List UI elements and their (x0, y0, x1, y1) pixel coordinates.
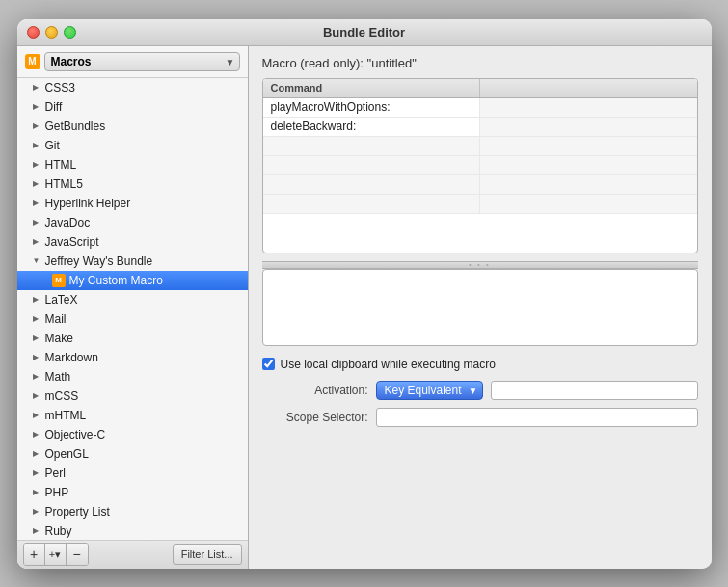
triangle-icon: ▶ (33, 199, 42, 207)
list-item-label: LaTeX (45, 293, 78, 307)
remove-button[interactable]: − (67, 544, 88, 565)
command-table-header: Command (263, 79, 697, 98)
table-row (263, 195, 697, 214)
command-cell-1: playMacroWithOptions: (263, 98, 481, 117)
add-remove-group: + +▾ − (23, 543, 89, 566)
list-item[interactable]: ▶Diff (17, 97, 248, 117)
triangle-icon: ▶ (33, 121, 42, 130)
list-item[interactable]: ▶Math (17, 367, 248, 387)
scope-label: Scope Selector: (262, 411, 368, 424)
triangle-icon: ▶ (33, 488, 42, 496)
maximize-button[interactable] (64, 26, 76, 39)
table-row (263, 175, 697, 195)
triangle-icon: ▶ (33, 218, 42, 227)
dropdown-wrapper: Macros ▼ (44, 52, 240, 71)
key-equivalent-input[interactable] (491, 381, 698, 400)
table-row: deleteBackward: (263, 118, 697, 137)
command-rows: playMacroWithOptions: deleteBackward: (263, 98, 697, 253)
list-item[interactable]: ▶mCSS (17, 387, 248, 406)
table-row: playMacroWithOptions: (263, 98, 697, 118)
list-item-label: GetBundles (45, 120, 106, 133)
list-item-label: My Custom Macro (69, 274, 163, 287)
list-item[interactable]: ▶GetBundles (17, 117, 248, 136)
bottom-toolbar: + +▾ − Filter List... (17, 540, 248, 569)
list-item[interactable]: ▶LaTeX (17, 290, 248, 309)
triangle-icon: ▶ (33, 353, 42, 361)
list-item-label: Perl (45, 467, 66, 480)
list-item[interactable]: ▶Mail (17, 309, 248, 329)
list-item[interactable]: ▶Objective-C (17, 425, 248, 444)
list-item-label: mCSS (45, 389, 79, 403)
list-item[interactable]: ▶Ruby (17, 521, 248, 540)
macros-icon: M (25, 54, 40, 69)
list-item[interactable]: ▶Hyperlink Helper (17, 194, 248, 213)
triangle-icon: ▶ (33, 391, 42, 400)
list-item[interactable]: ▼Jeffrey Way's Bundle (17, 252, 248, 271)
local-clipboard-checkbox[interactable] (262, 358, 275, 370)
list-item[interactable]: ▶PHP (17, 483, 248, 502)
close-button[interactable] (27, 26, 40, 39)
main-window: Bundle Editor M Macros ▼ ▶CSS3▶Diff▶GetB… (17, 19, 712, 569)
list-item-label: Property List (45, 505, 110, 519)
triangle-icon: ▼ (33, 256, 42, 265)
activation-dropdown[interactable]: Key Equivalent Tab Trigger (376, 381, 483, 400)
triangle-icon: ▶ (33, 507, 42, 516)
category-dropdown[interactable]: Macros (44, 52, 240, 71)
resizer-bar[interactable]: • • • (262, 261, 698, 269)
list-item[interactable]: ▶HTML (17, 155, 248, 174)
list-item-label: Ruby (45, 524, 72, 538)
dropdown-row: M Macros ▼ (17, 46, 248, 78)
list-item[interactable]: ▶HTML5 (17, 174, 248, 194)
list-item-label: HTML (45, 158, 77, 172)
table-row (263, 156, 697, 175)
window-title: Bundle Editor (323, 25, 405, 40)
scope-selector-row: Scope Selector: (262, 408, 698, 427)
macro-title: Macro (read only): "untitled" (262, 56, 698, 70)
list-item-label: Jeffrey Way's Bundle (45, 254, 153, 268)
traffic-lights (27, 26, 76, 39)
local-clipboard-label: Use local clipboard while executing macr… (281, 358, 496, 371)
list-item[interactable]: ▶Perl (17, 464, 248, 483)
triangle-icon: ▶ (33, 160, 42, 169)
triangle-icon: ▶ (33, 141, 42, 149)
options-cell-2 (480, 118, 697, 136)
list-item[interactable]: MMy Custom Macro (17, 271, 248, 290)
list-item[interactable]: ▶Markdown (17, 348, 248, 367)
lower-editor-area (262, 269, 698, 346)
triangle-icon: ▶ (33, 468, 42, 477)
add-folder-button[interactable]: +▾ (45, 544, 67, 565)
filter-list-button[interactable]: Filter List... (173, 544, 242, 565)
triangle-icon: ▶ (33, 411, 42, 419)
list-item-label: mHTML (45, 409, 87, 422)
command-col-header: Command (263, 79, 481, 97)
triangle-icon: ▶ (33, 102, 42, 111)
add-button[interactable]: + (24, 544, 45, 565)
list-item[interactable]: ▶CSS3 (17, 78, 248, 97)
list-item[interactable]: ▶Make (17, 329, 248, 348)
main-content: M Macros ▼ ▶CSS3▶Diff▶GetBundles▶Git▶HTM… (17, 46, 712, 569)
list-item[interactable]: ▶JavaDoc (17, 213, 248, 232)
triangle-icon: ▶ (33, 334, 42, 342)
list-item[interactable]: ▶mHTML (17, 406, 248, 425)
list-item-label: Make (45, 332, 73, 345)
list-item[interactable]: ▶Property List (17, 502, 248, 521)
list-item[interactable]: ▶JavaScript (17, 232, 248, 252)
minimize-button[interactable] (45, 26, 58, 39)
triangle-icon: ▶ (33, 526, 42, 535)
triangle-icon: ▶ (33, 179, 42, 188)
options-col-header (480, 79, 697, 97)
checkbox-row: Use local clipboard while executing macr… (262, 358, 698, 371)
list-item-label: Objective-C (45, 428, 106, 441)
triangle-icon: ▶ (33, 372, 42, 381)
command-cell-2: deleteBackward: (263, 118, 481, 136)
triangle-icon: ▶ (33, 295, 42, 304)
list-item-label: JavaDoc (45, 216, 91, 229)
list-item-label: Markdown (45, 351, 98, 364)
list-item[interactable]: ▶Git (17, 136, 248, 155)
items-list[interactable]: ▶CSS3▶Diff▶GetBundles▶Git▶HTML▶HTML5▶Hyp… (17, 78, 248, 540)
activation-select-wrapper: Key Equivalent Tab Trigger ▼ (376, 381, 483, 400)
triangle-icon: ▶ (33, 449, 42, 458)
list-item-label: CSS3 (45, 81, 75, 94)
list-item[interactable]: ▶OpenGL (17, 444, 248, 464)
scope-input[interactable] (376, 408, 698, 427)
